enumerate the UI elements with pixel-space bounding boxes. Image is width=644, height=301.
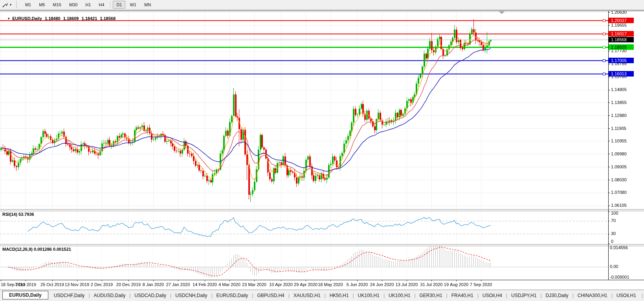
chart-tab-2[interactable]: AUDUSD,Daily — [90, 292, 130, 299]
chart-tab-0[interactable]: EURUSD,Daily — [2, 291, 48, 299]
chart-tab-14[interactable]: USDJPY,H1 — [507, 292, 540, 299]
chart-tab-7[interactable]: XAUUSD,H1 — [290, 292, 325, 299]
timeframe-buttons: M1M5M15M30H1H4D1W1MN — [21, 0, 155, 10]
timeframe-button-m30[interactable]: M30 — [66, 1, 81, 9]
chart-tab-9[interactable]: UK100,H1 — [354, 292, 383, 299]
chart-tab-11[interactable]: GER30,H1 — [416, 292, 446, 299]
timeframe-button-mn[interactable]: MN — [141, 1, 154, 9]
chart-tab-8[interactable]: HK50,H1 — [326, 292, 353, 299]
ohlc-close: 1.18568 — [100, 16, 116, 21]
chart-tab-5[interactable]: EURUSD,Daily — [213, 292, 252, 299]
chart-tab-13[interactable]: USOil,H4 — [479, 292, 506, 299]
timeframe-button-m1[interactable]: M1 — [22, 1, 35, 9]
timeframe-button-m15[interactable]: M15 — [49, 1, 64, 9]
toolbar-divider — [110, 2, 110, 8]
timeframe-button-w1[interactable]: W1 — [126, 1, 140, 9]
timeframe-button-m5[interactable]: M5 — [35, 1, 48, 9]
chart-tab-17[interactable]: USOil,H1 — [613, 292, 640, 299]
chart-tabs: EURUSD,DailyUSDCHF,Daily|AUDUSD,Daily|US… — [2, 292, 640, 299]
timeframe-button-h1[interactable]: H1 — [82, 1, 94, 9]
tab-scroll-arrows: | ◄ ► — [642, 293, 644, 298]
chart-tab-1[interactable]: USDCHF,Daily — [50, 292, 89, 299]
chart-tab-3[interactable]: USDCAD,Daily — [130, 292, 170, 299]
dropdown-caret-icon: ▼ — [9, 3, 12, 7]
timeframe-toolbar: ▼ M1M5M15M30H1H4D1W1MN — [0, 0, 644, 10]
rsi-indicator-label: RSI(14) 53.7936 — [2, 212, 34, 217]
chart-tab-12[interactable]: FRA40,H1 — [448, 292, 477, 299]
tab-separator: | — [642, 293, 643, 298]
chart-tab-15[interactable]: DJ30,Daily — [542, 292, 572, 299]
ohlc-high: 1.18609 — [63, 16, 79, 21]
chart-tab-bar: EURUSD,DailyUSDCHF,Daily|AUDUSD,Daily|US… — [0, 290, 644, 301]
symbol-collapse-icon[interactable]: ▼ — [7, 17, 10, 20]
chart-tab-10[interactable]: UK100,H1 — [385, 292, 414, 299]
terminal-window: ▼ M1M5M15M30H1H4D1W1MN ▼EURUSD,Daily1.18… — [0, 0, 644, 301]
ohlc-low: 1.18421 — [81, 16, 97, 21]
chart-tab-16[interactable]: CHINA300,H1 — [574, 292, 611, 299]
chart-title-line: ▼EURUSD,Daily1.184801.186091.184211.1856… — [2, 11, 116, 26]
macd-indicator-label: MACD(12,26,9) 0.001286 0.001521 — [2, 247, 71, 252]
toolbar-grip-handle[interactable] — [16, 1, 20, 8]
timeframe-button-h4[interactable]: H4 — [95, 1, 108, 9]
chart-tab-4[interactable]: USDCNH,Daily — [171, 292, 211, 299]
timeframe-button-d1[interactable]: D1 — [113, 1, 125, 9]
chart-symbol: EURUSD,Daily — [12, 16, 42, 21]
toolbar-tool-button[interactable]: ▼ — [1, 1, 14, 8]
chart-tab-6[interactable]: GBPUSD,H4 — [253, 292, 288, 299]
ohlc-open: 1.18480 — [45, 16, 61, 21]
chart-tool-icon — [2, 2, 8, 7]
price-chart-canvas[interactable] — [0, 10, 644, 290]
